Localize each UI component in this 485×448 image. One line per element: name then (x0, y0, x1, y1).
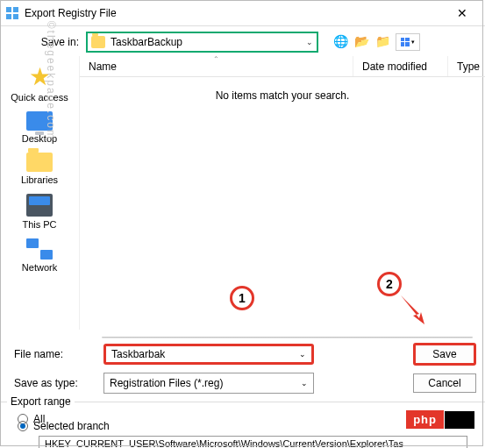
radio-selected-label: Selected branch (33, 420, 110, 432)
file-list-pane[interactable]: Name ⌃ Date modified Type No items match… (79, 56, 485, 330)
pc-icon (26, 194, 53, 217)
branch-path-input[interactable]: HKEY_CURRENT_USER\Software\Microsoft\Win… (39, 436, 467, 448)
places-bar: ★ Quick access Desktop Libraries This PC… (0, 56, 79, 330)
place-label: Quick access (11, 92, 68, 103)
file-name-label: File name: (9, 348, 96, 360)
annotation-badge-1: 1 (230, 286, 254, 310)
toolbar-icons: 🌐 📂 📁 ▾ (332, 33, 420, 51)
save-as-type-combo[interactable]: Registration Files (*.reg) ⌄ (103, 373, 314, 394)
column-type[interactable]: Type (448, 56, 485, 76)
annotation-arrow-icon (398, 293, 432, 330)
place-label: Libraries (21, 174, 58, 185)
column-date-modified[interactable]: Date modified (353, 56, 448, 76)
export-registry-dialog: Export Registry File ✕ Save in: TaskbarB… (0, 0, 485, 448)
file-name-input[interactable]: Taskbarbak ⌄ (103, 344, 314, 365)
save-as-type-label: Save as type: (9, 377, 96, 389)
column-headers: Name ⌃ Date modified Type (80, 56, 485, 77)
annotation-badge-2: 2 (377, 272, 402, 296)
network-icon (26, 238, 53, 260)
folder-icon (91, 36, 105, 48)
views-menu-button[interactable]: ▾ (396, 33, 420, 51)
folder-icon (26, 153, 53, 172)
save-in-row: Save in: TaskbarBackup ⌄ 🌐 📂 📁 ▾ (0, 26, 485, 56)
place-libraries[interactable]: Libraries (0, 149, 79, 188)
title-bar: Export Registry File ✕ (0, 0, 485, 26)
place-desktop[interactable]: Desktop (0, 108, 79, 147)
place-quick-access[interactable]: ★ Quick access (0, 61, 79, 106)
save-button[interactable]: Save (413, 343, 476, 366)
column-name[interactable]: Name ⌃ (80, 56, 353, 76)
chevron-down-icon: ▾ (411, 39, 415, 46)
views-grid-icon (401, 38, 410, 46)
window-title: Export Registry File (25, 7, 445, 19)
export-range-legend: Export range (7, 395, 75, 408)
place-label: This PC (22, 219, 56, 230)
sort-indicator-icon: ⌃ (213, 55, 219, 63)
registry-icon (5, 6, 19, 20)
branch-path-value: HKEY_CURRENT_USER\Software\Microsoft\Win… (45, 438, 403, 448)
save-as-type-value: Registration Files (*.reg) (110, 377, 223, 389)
chevron-down-icon: ⌄ (301, 379, 308, 388)
save-in-combo[interactable]: TaskbarBackup ⌄ (86, 32, 318, 53)
new-folder-icon[interactable]: 📁 (374, 33, 390, 49)
back-icon[interactable]: 🌐 (332, 33, 348, 49)
chevron-down-icon: ⌄ (299, 350, 306, 359)
save-in-label: Save in: (9, 36, 79, 48)
svg-rect-1 (13, 7, 18, 12)
cancel-button[interactable]: Cancel (413, 373, 476, 393)
watermark-text: ©thegeekpage.com (45, 21, 57, 140)
empty-list-message: No items match your search. (80, 77, 485, 102)
svg-rect-0 (6, 7, 11, 12)
chevron-down-icon: ⌄ (306, 38, 313, 46)
radio-on-icon (18, 421, 28, 431)
svg-rect-2 (6, 14, 11, 19)
save-in-folder-name: TaskbarBackup (111, 36, 301, 48)
window-close-button[interactable]: ✕ (445, 1, 480, 25)
place-this-pc[interactable]: This PC (0, 190, 79, 233)
place-network[interactable]: Network (0, 235, 79, 276)
up-level-icon[interactable]: 📂 (353, 33, 369, 49)
php-logo-badge: php (406, 410, 474, 429)
place-label: Network (22, 262, 57, 273)
file-name-value: Taskbarbak (111, 348, 165, 360)
svg-rect-3 (13, 14, 18, 19)
inputs-area: File name: Taskbarbak ⌄ Save Save as typ… (0, 330, 485, 396)
